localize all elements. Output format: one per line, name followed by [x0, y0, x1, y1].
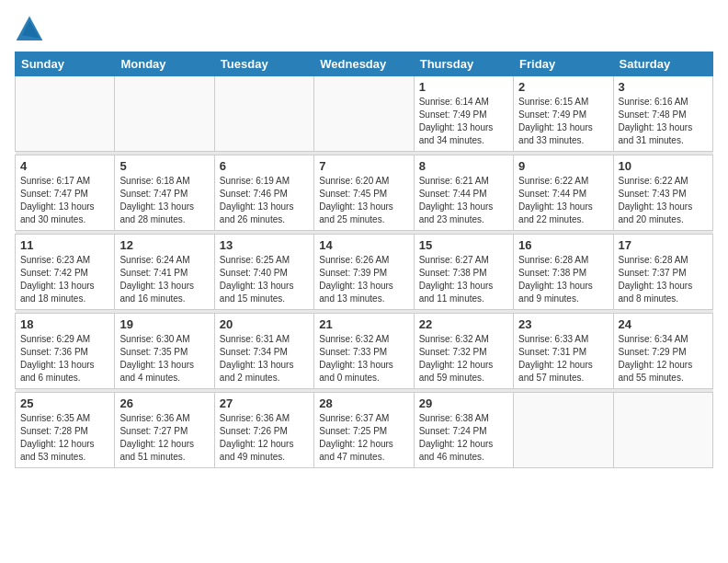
calendar-cell: 3Sunrise: 6:16 AM Sunset: 7:48 PM Daylig…: [613, 76, 712, 152]
calendar-cell: 28Sunrise: 6:37 AM Sunset: 7:25 PM Dayli…: [314, 393, 414, 468]
day-info: Sunrise: 6:22 AM Sunset: 7:44 PM Dayligh…: [518, 175, 608, 226]
day-number: 21: [319, 317, 408, 331]
weekday-header-monday: Monday: [115, 52, 214, 76]
weekday-header-friday: Friday: [514, 52, 613, 76]
day-info: Sunrise: 6:29 AM Sunset: 7:36 PM Dayligh…: [20, 333, 109, 385]
calendar-cell: [613, 393, 712, 468]
day-number: 7: [319, 159, 408, 173]
day-number: 5: [119, 159, 209, 173]
calendar-cell: 29Sunrise: 6:38 AM Sunset: 7:24 PM Dayli…: [414, 393, 513, 468]
day-info: Sunrise: 6:32 AM Sunset: 7:32 PM Dayligh…: [419, 333, 508, 385]
calendar-cell: 17Sunrise: 6:28 AM Sunset: 7:37 PM Dayli…: [613, 235, 712, 310]
day-info: Sunrise: 6:32 AM Sunset: 7:33 PM Dayligh…: [319, 333, 408, 385]
day-number: 2: [518, 80, 608, 94]
calendar-cell: 10Sunrise: 6:22 AM Sunset: 7:43 PM Dayli…: [613, 155, 712, 231]
weekday-header-saturday: Saturday: [613, 52, 712, 76]
page-header: [15, 15, 713, 44]
week-row-3: 11Sunrise: 6:23 AM Sunset: 7:42 PM Dayli…: [16, 235, 713, 310]
week-row-1: 1Sunrise: 6:14 AM Sunset: 7:49 PM Daylig…: [16, 76, 713, 152]
day-info: Sunrise: 6:19 AM Sunset: 7:46 PM Dayligh…: [220, 175, 309, 226]
calendar-cell: [514, 393, 613, 468]
calendar-cell: 14Sunrise: 6:26 AM Sunset: 7:39 PM Dayli…: [314, 235, 414, 310]
day-number: 28: [319, 396, 408, 410]
weekday-header-wednesday: Wednesday: [314, 52, 414, 76]
day-number: 3: [619, 80, 708, 94]
day-info: Sunrise: 6:20 AM Sunset: 7:45 PM Dayligh…: [319, 175, 408, 226]
day-info: Sunrise: 6:21 AM Sunset: 7:44 PM Dayligh…: [419, 175, 508, 226]
weekday-header-thursday: Thursday: [414, 52, 513, 76]
week-row-5: 25Sunrise: 6:35 AM Sunset: 7:28 PM Dayli…: [16, 393, 713, 468]
day-number: 10: [619, 159, 708, 173]
calendar-cell: 26Sunrise: 6:36 AM Sunset: 7:27 PM Dayli…: [115, 393, 214, 468]
day-info: Sunrise: 6:34 AM Sunset: 7:29 PM Dayligh…: [619, 333, 708, 385]
day-number: 22: [419, 317, 508, 331]
day-number: 27: [220, 396, 309, 410]
day-number: 15: [419, 238, 508, 252]
calendar-cell: 7Sunrise: 6:20 AM Sunset: 7:45 PM Daylig…: [314, 155, 414, 231]
day-number: 19: [119, 317, 209, 331]
calendar-cell: [16, 76, 115, 152]
calendar-cell: 13Sunrise: 6:25 AM Sunset: 7:40 PM Dayli…: [214, 235, 313, 310]
day-number: 4: [20, 159, 109, 173]
day-number: 24: [619, 317, 708, 331]
day-number: 1: [419, 80, 508, 94]
day-info: Sunrise: 6:30 AM Sunset: 7:35 PM Dayligh…: [119, 333, 209, 385]
day-number: 13: [220, 238, 309, 252]
calendar-cell: 12Sunrise: 6:24 AM Sunset: 7:41 PM Dayli…: [115, 235, 214, 310]
calendar-cell: 24Sunrise: 6:34 AM Sunset: 7:29 PM Dayli…: [613, 314, 712, 389]
calendar-cell: [314, 76, 414, 152]
calendar-cell: 16Sunrise: 6:28 AM Sunset: 7:38 PM Dayli…: [514, 235, 613, 310]
calendar-table: SundayMondayTuesdayWednesdayThursdayFrid…: [15, 52, 713, 468]
day-number: 26: [119, 396, 209, 410]
calendar-cell: 1Sunrise: 6:14 AM Sunset: 7:49 PM Daylig…: [414, 76, 513, 152]
calendar-cell: 5Sunrise: 6:18 AM Sunset: 7:47 PM Daylig…: [115, 155, 214, 231]
day-info: Sunrise: 6:26 AM Sunset: 7:39 PM Dayligh…: [319, 254, 408, 305]
calendar-cell: 15Sunrise: 6:27 AM Sunset: 7:38 PM Dayli…: [414, 235, 513, 310]
calendar-cell: 4Sunrise: 6:17 AM Sunset: 7:47 PM Daylig…: [16, 155, 115, 231]
day-info: Sunrise: 6:38 AM Sunset: 7:24 PM Dayligh…: [419, 412, 508, 464]
day-number: 6: [220, 159, 309, 173]
calendar-cell: 11Sunrise: 6:23 AM Sunset: 7:42 PM Dayli…: [16, 235, 115, 310]
day-info: Sunrise: 6:22 AM Sunset: 7:43 PM Dayligh…: [619, 175, 708, 226]
calendar-cell: 20Sunrise: 6:31 AM Sunset: 7:34 PM Dayli…: [214, 314, 313, 389]
day-info: Sunrise: 6:25 AM Sunset: 7:40 PM Dayligh…: [220, 254, 309, 305]
calendar-cell: 9Sunrise: 6:22 AM Sunset: 7:44 PM Daylig…: [514, 155, 613, 231]
day-number: 14: [319, 238, 408, 252]
day-info: Sunrise: 6:23 AM Sunset: 7:42 PM Dayligh…: [20, 254, 109, 305]
day-number: 8: [419, 159, 508, 173]
day-number: 12: [119, 238, 209, 252]
calendar-cell: 21Sunrise: 6:32 AM Sunset: 7:33 PM Dayli…: [314, 314, 414, 389]
day-info: Sunrise: 6:14 AM Sunset: 7:49 PM Dayligh…: [419, 96, 508, 147]
day-number: 18: [20, 317, 109, 331]
day-info: Sunrise: 6:18 AM Sunset: 7:47 PM Dayligh…: [119, 175, 209, 226]
day-number: 17: [619, 238, 708, 252]
day-number: 11: [20, 238, 109, 252]
day-info: Sunrise: 6:15 AM Sunset: 7:49 PM Dayligh…: [518, 96, 608, 147]
logo: [15, 15, 48, 44]
calendar-cell: [115, 76, 214, 152]
day-info: Sunrise: 6:28 AM Sunset: 7:37 PM Dayligh…: [619, 254, 708, 305]
day-number: 23: [518, 317, 608, 331]
calendar-cell: 2Sunrise: 6:15 AM Sunset: 7:49 PM Daylig…: [514, 76, 613, 152]
calendar-cell: 19Sunrise: 6:30 AM Sunset: 7:35 PM Dayli…: [115, 314, 214, 389]
weekday-header-tuesday: Tuesday: [214, 52, 313, 76]
calendar-cell: 23Sunrise: 6:33 AM Sunset: 7:31 PM Dayli…: [514, 314, 613, 389]
day-info: Sunrise: 6:17 AM Sunset: 7:47 PM Dayligh…: [20, 175, 109, 226]
calendar-cell: 8Sunrise: 6:21 AM Sunset: 7:44 PM Daylig…: [414, 155, 513, 231]
day-number: 29: [419, 396, 508, 410]
day-info: Sunrise: 6:33 AM Sunset: 7:31 PM Dayligh…: [518, 333, 608, 385]
week-row-4: 18Sunrise: 6:29 AM Sunset: 7:36 PM Dayli…: [16, 314, 713, 389]
day-number: 16: [518, 238, 608, 252]
calendar-cell: 22Sunrise: 6:32 AM Sunset: 7:32 PM Dayli…: [414, 314, 513, 389]
day-info: Sunrise: 6:36 AM Sunset: 7:27 PM Dayligh…: [119, 412, 209, 464]
calendar-cell: 27Sunrise: 6:36 AM Sunset: 7:26 PM Dayli…: [214, 393, 313, 468]
weekday-header-sunday: Sunday: [16, 52, 115, 76]
day-number: 25: [20, 396, 109, 410]
day-info: Sunrise: 6:36 AM Sunset: 7:26 PM Dayligh…: [220, 412, 309, 464]
day-info: Sunrise: 6:27 AM Sunset: 7:38 PM Dayligh…: [419, 254, 508, 305]
weekday-header-row: SundayMondayTuesdayWednesdayThursdayFrid…: [16, 52, 713, 76]
day-number: 20: [220, 317, 309, 331]
day-info: Sunrise: 6:24 AM Sunset: 7:41 PM Dayligh…: [119, 254, 209, 305]
week-row-2: 4Sunrise: 6:17 AM Sunset: 7:47 PM Daylig…: [16, 155, 713, 231]
day-info: Sunrise: 6:37 AM Sunset: 7:25 PM Dayligh…: [319, 412, 408, 464]
